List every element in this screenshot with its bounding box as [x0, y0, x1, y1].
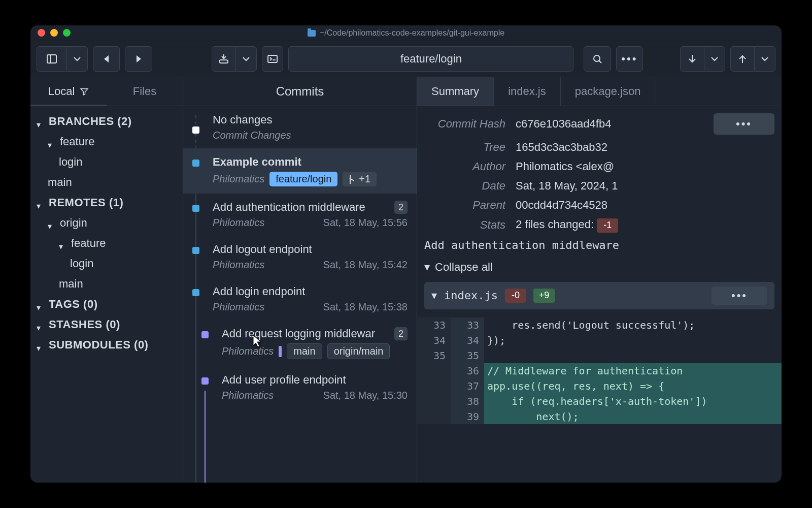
tree-section-remotes[interactable]: REMOTES (1) — [35, 193, 183, 213]
minimize-window-icon[interactable] — [50, 29, 58, 37]
svg-line-8 — [599, 61, 602, 64]
detail-tab-summary[interactable]: Summary — [417, 77, 494, 106]
push-menu-button[interactable] — [754, 46, 775, 72]
ellipsis-icon: ••• — [621, 52, 637, 66]
close-window-icon[interactable] — [38, 29, 45, 37]
file-actions-button[interactable]: ••• — [712, 287, 767, 305]
diff-file-header[interactable]: ▾ index.js -0 +9 ••• — [424, 282, 774, 309]
commit-message: Add authentication middleware — [417, 235, 782, 259]
commits-tab[interactable]: Commits — [183, 77, 417, 106]
tree-section-tags[interactable]: TAGS (0) — [35, 294, 183, 314]
diff-line-added: 39 next(); — [417, 409, 782, 424]
tree-item-feature[interactable]: feature — [35, 132, 183, 152]
stat-deletions: -0 — [505, 289, 526, 303]
detail-panel: Summary index.js package.json Commit Has… — [417, 77, 782, 483]
commit-actions-button[interactable]: ••• — [714, 113, 774, 135]
file-name: index.js — [444, 289, 498, 302]
commit-title: Add request logging middlewar — [222, 327, 390, 340]
tree-section-branches[interactable]: BRANCHES (2) — [35, 111, 183, 132]
pull-button[interactable] — [680, 46, 704, 72]
chevron-down-icon — [37, 300, 45, 308]
tree-item-origin-feature-login[interactable]: login — [35, 253, 183, 274]
diff-view: 3333 res.send('Logout successful'); 3434… — [417, 318, 782, 424]
diff-line: 3333 res.send('Logout successful'); — [417, 318, 782, 333]
diff-line-added: 38 if (req.headers['x-auth-token']) — [417, 394, 782, 409]
chevron-down-icon — [48, 138, 56, 146]
svg-point-7 — [594, 55, 600, 61]
meta-value: c676e1036aad4fb4 — [516, 117, 714, 131]
detail-tabs: Summary index.js package.json — [417, 77, 782, 106]
detail-tab-file[interactable]: index.js — [494, 77, 561, 106]
branch-badge: feature/login — [269, 172, 337, 186]
svg-marker-2 — [104, 55, 109, 62]
meta-value: 2 files changed: -1 — [516, 218, 714, 233]
current-branch-selector[interactable]: feature/login — [288, 46, 573, 72]
sidebar-tab-label: Local — [48, 85, 75, 98]
meta-value: 165d3c3ac3bab32 — [516, 141, 714, 154]
ellipsis-icon: ••• — [736, 117, 752, 131]
svg-rect-6 — [268, 55, 277, 62]
commit-row[interactable]: Add logout endpoint PhilomaticsSat, 18 M… — [183, 236, 417, 278]
commit-author: Philomatics — [222, 390, 274, 401]
pull-menu-button[interactable] — [704, 46, 725, 72]
push-button[interactable] — [730, 46, 754, 72]
sidebar-tab-files[interactable]: Files — [107, 77, 183, 106]
svg-rect-0 — [47, 55, 56, 63]
chevron-down-icon — [37, 341, 45, 349]
collapse-all-button[interactable]: ▾ Collapse all — [417, 259, 782, 279]
working-copy-row[interactable]: No changes Commit Changes — [183, 106, 417, 148]
chevron-down-icon — [37, 321, 45, 329]
tree-section-submodules[interactable]: SUBMODULES (0) — [35, 335, 183, 355]
commit-row[interactable]: Add request logging middlewar 2 Philomat… — [183, 320, 417, 366]
chevron-down-icon — [759, 53, 771, 65]
toggle-sidebar-button[interactable] — [37, 46, 66, 72]
sidebar-menu-button[interactable] — [66, 46, 88, 72]
sidebar-tab-label: Files — [133, 85, 156, 98]
stash-button[interactable] — [212, 46, 235, 72]
file-count-badge: 2 — [394, 201, 408, 214]
meta-key: Commit Hash — [424, 117, 516, 131]
search-icon — [591, 53, 603, 65]
wc-subtitle: Commit Changes — [213, 130, 291, 141]
chevron-down-icon — [48, 219, 56, 227]
stat-additions: +9 — [533, 289, 555, 303]
sidebar-icon — [46, 53, 58, 65]
terminal-icon — [266, 53, 279, 65]
triangle-right-icon — [132, 53, 145, 65]
commit-row[interactable]: Add user profile endpoint PhilomaticsSat… — [183, 366, 417, 408]
diff-line-added: 37app.use((req, res, next) => { — [417, 378, 782, 394]
tree-item-origin-feature[interactable]: feature — [35, 233, 183, 253]
search-button[interactable] — [584, 46, 611, 72]
detail-tab-file[interactable]: package.json — [561, 77, 656, 106]
tree-item-origin-main[interactable]: main — [35, 274, 183, 294]
more-actions-button[interactable]: ••• — [616, 46, 643, 72]
branch-marker-icon — [279, 346, 282, 357]
ellipsis-icon: ••• — [731, 289, 748, 302]
stash-menu-button[interactable] — [235, 46, 257, 72]
tree-item-feature-login[interactable]: login — [35, 152, 183, 172]
commit-title: Add user profile endpoint — [222, 373, 408, 387]
tree-item-origin[interactable]: origin — [35, 213, 183, 233]
tree-item-main[interactable]: main — [35, 172, 183, 193]
commit-metadata: Commit Hashc676e1036aad4fb4 ••• Tree165d… — [417, 106, 782, 235]
diff-line-added: 36// Middleware for authentication — [417, 363, 782, 378]
current-branch-label: feature/login — [400, 52, 462, 66]
meta-value: 00cdd4d734c4528 — [516, 199, 714, 212]
tree-section-stashes[interactable]: STASHES (0) — [35, 314, 183, 335]
chevron-down-icon — [37, 117, 45, 125]
commit-row[interactable]: Example commit Philomatics feature/login… — [183, 148, 417, 194]
arrow-down-icon — [686, 53, 698, 65]
commits-list[interactable]: No changes Commit Changes Example commit… — [183, 106, 417, 483]
diff-line: 3434}); — [417, 333, 782, 348]
zoom-window-icon[interactable] — [63, 29, 71, 37]
nav-forward-button[interactable] — [125, 46, 152, 72]
sidebar-tab-local[interactable]: Local — [30, 77, 107, 106]
meta-key: Stats — [424, 218, 516, 232]
triangle-left-icon — [100, 53, 113, 65]
commit-row[interactable]: Add login endpoint PhilomaticsSat, 18 Ma… — [183, 278, 417, 320]
arrow-up-icon — [736, 53, 749, 65]
meta-value: Philomatics <alex@ — [516, 160, 714, 173]
nav-back-button[interactable] — [93, 46, 120, 72]
terminal-button[interactable] — [262, 46, 284, 72]
commit-row[interactable]: Add authentication middleware 2 Philomat… — [183, 194, 417, 236]
